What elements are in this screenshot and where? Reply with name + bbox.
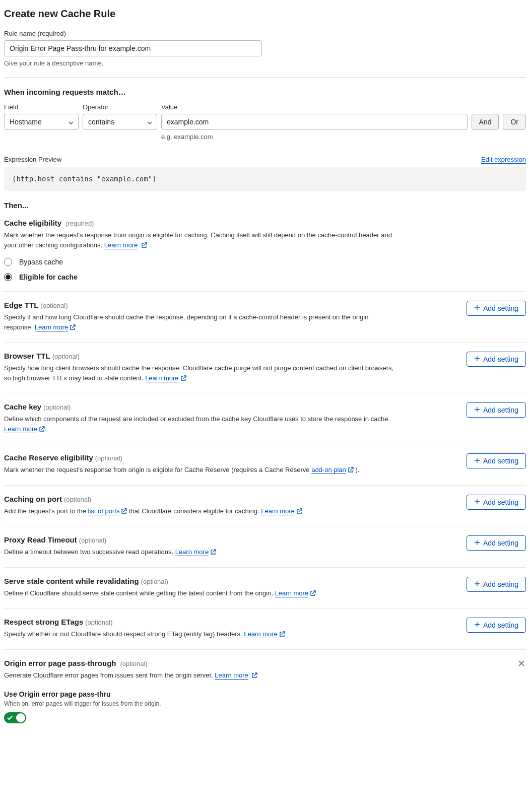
add-setting-label: Add setting (483, 304, 518, 312)
external-link-icon (141, 241, 147, 251)
eligible-cache-label[interactable]: Eligible for cache (19, 273, 78, 281)
learn-more-link[interactable]: Learn more (35, 323, 68, 331)
optional-tag: (optional) (120, 660, 147, 667)
external-link-icon (310, 589, 316, 599)
field-label: Field (4, 103, 79, 111)
setting-desc: Specify if and how long Cloudflare shoul… (4, 312, 397, 333)
divider (4, 77, 526, 78)
inline-link[interactable]: list of ports (88, 507, 120, 515)
expression-preview: (http.host contains "example.com") (4, 167, 526, 191)
value-help: e.g. example.com (161, 133, 468, 141)
and-button[interactable]: And (472, 114, 499, 130)
setting-title: Browser TTL (4, 352, 50, 360)
setting-block: Edge TTL(optional)Specify if and how lon… (4, 291, 526, 342)
add-setting-button[interactable]: Add setting (467, 577, 526, 592)
optional-tag: (optional) (85, 619, 112, 626)
external-link-icon (39, 425, 45, 435)
pass-thru-toggle[interactable] (4, 712, 26, 723)
learn-more-link[interactable]: Learn more (145, 374, 178, 382)
spacer (503, 103, 526, 111)
operator-label: Operator (83, 103, 157, 111)
learn-more-link[interactable]: Learn more (4, 425, 37, 433)
origin-error-desc: Generate Cloudflare error pages from iss… (4, 670, 397, 682)
plus-icon (474, 457, 480, 465)
external-link-icon (180, 374, 186, 384)
setting-title: Cache key (4, 402, 41, 411)
optional-tag: (optional) (95, 454, 122, 462)
add-setting-button[interactable]: Add setting (467, 618, 526, 633)
setting-desc: Specify whether or not Cloudflare should… (4, 629, 397, 640)
learn-more-link[interactable]: Learn more (175, 548, 209, 556)
value-label: Value (161, 103, 468, 111)
spacer (472, 103, 499, 111)
add-setting-button[interactable]: Add setting (467, 352, 526, 367)
setting-title: Serve stale content while revalidating (4, 577, 139, 585)
setting-block: Respect strong ETags(optional)Specify wh… (4, 608, 526, 649)
learn-more-link[interactable]: Learn more (244, 630, 277, 638)
operator-select[interactable]: contains (83, 114, 157, 130)
setting-title: Proxy Read Timeout (4, 535, 77, 544)
toggle-knob (16, 713, 25, 722)
plus-icon (474, 580, 480, 588)
setting-title: Caching on port (4, 495, 62, 503)
external-link-icon (121, 507, 127, 517)
learn-more-link[interactable]: Learn more (104, 241, 138, 249)
optional-tag: (optional) (64, 496, 91, 503)
setting-desc: Define if Cloudflare should serve stale … (4, 588, 397, 599)
add-setting-label: Add setting (483, 539, 518, 547)
optional-tag: (optional) (40, 302, 68, 309)
pass-thru-toggle-help: When on, error pages will trigger for is… (4, 700, 526, 707)
pass-thru-toggle-title: Use Origin error page pass-thru (4, 690, 526, 698)
cache-eligibility-desc: Mark whether the request's response from… (4, 230, 397, 251)
learn-more-link[interactable]: Learn more (215, 671, 248, 680)
learn-more-link[interactable]: Learn more (275, 589, 308, 597)
add-setting-label: Add setting (483, 406, 518, 414)
plus-icon (474, 539, 480, 547)
close-button[interactable] (517, 659, 526, 669)
setting-desc: Specify how long client browsers should … (4, 363, 397, 384)
setting-desc: Define which components of the request a… (4, 414, 397, 435)
setting-desc: Mark whether the request's response from… (4, 465, 397, 476)
field-select[interactable]: Hostname (4, 114, 79, 130)
optional-tag: (optional) (79, 536, 106, 544)
origin-error-title: Origin error page pass-through (4, 659, 116, 667)
add-setting-button[interactable]: Add setting (467, 402, 526, 418)
plus-icon (474, 406, 480, 414)
add-setting-button[interactable]: Add setting (467, 453, 526, 468)
inline-link[interactable]: add-on plan (311, 466, 346, 474)
add-setting-label: Add setting (483, 355, 518, 363)
setting-block: Serve stale content while revalidating(o… (4, 567, 526, 608)
setting-title: Respect strong ETags (4, 618, 83, 626)
rule-name-help: Give your rule a descriptive name. (4, 59, 262, 67)
setting-title: Edge TTL (4, 301, 38, 309)
or-button[interactable]: Or (503, 114, 526, 130)
setting-block: Proxy Read Timeout(optional)Define a tim… (4, 526, 526, 567)
external-link-icon (251, 671, 257, 682)
learn-more-link[interactable]: Learn more (261, 507, 294, 515)
edit-expression-link[interactable]: Edit expression (481, 156, 526, 164)
external-link-icon (210, 548, 216, 558)
optional-tag: (optional) (43, 403, 71, 411)
add-setting-label: Add setting (483, 498, 518, 506)
rule-name-label: Rule name (required) (4, 30, 262, 37)
setting-block: Cache key(optional)Define which componen… (4, 393, 526, 444)
close-icon (518, 661, 525, 668)
add-setting-label: Add setting (483, 580, 518, 588)
setting-block: Cache Reserve eligibility(optional)Mark … (4, 444, 526, 485)
external-link-icon (279, 630, 285, 640)
add-setting-button[interactable]: Add setting (467, 301, 526, 316)
add-setting-label: Add setting (483, 457, 518, 465)
required-tag: (required) (65, 220, 94, 227)
eligible-cache-radio[interactable] (4, 273, 12, 281)
plus-icon (474, 355, 480, 363)
then-heading: Then... (4, 201, 526, 210)
add-setting-button[interactable]: Add setting (467, 495, 526, 510)
external-link-icon (70, 323, 76, 333)
bypass-cache-radio[interactable] (4, 258, 12, 266)
value-input[interactable] (161, 114, 468, 130)
plus-icon (474, 304, 480, 312)
cache-eligibility-title: Cache eligibility (4, 219, 61, 227)
bypass-cache-label[interactable]: Bypass cache (19, 258, 63, 266)
rule-name-input[interactable] (4, 40, 262, 56)
add-setting-button[interactable]: Add setting (467, 535, 526, 551)
